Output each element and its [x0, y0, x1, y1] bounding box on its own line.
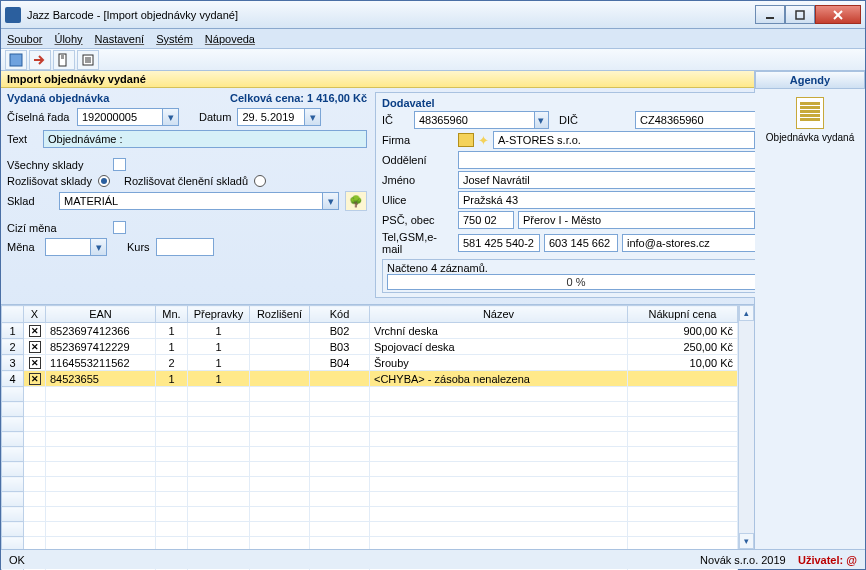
loaded-count: Načteno 4 záznamů.	[387, 262, 765, 274]
diff-wh-det-radio[interactable]	[254, 175, 266, 187]
total-label: Celková cena:	[230, 92, 304, 104]
all-wh-checkbox[interactable]	[113, 158, 126, 171]
rate-label: Kurs	[127, 241, 150, 253]
order-header: Vydaná objednávka	[7, 92, 109, 104]
app-icon	[5, 7, 21, 23]
currency-dropdown[interactable]: ▾	[91, 238, 107, 256]
col-rozliseni[interactable]: Rozlišení	[250, 306, 310, 323]
section-title: Import objednávky vydané	[1, 71, 754, 88]
foreign-currency-checkbox[interactable]	[113, 221, 126, 234]
table-row[interactable]: 3✕116455321156221B04Šrouby10,00 Kč	[2, 355, 738, 371]
ic-label: IČ	[382, 114, 410, 126]
svg-rect-4	[10, 54, 22, 66]
menu-soubor[interactable]: Soubor	[7, 33, 42, 45]
num-series-label: Číselná řada	[7, 111, 71, 123]
items-table: X EAN Mn. Přepravky Rozlišení Kód Název …	[1, 305, 738, 570]
menubar: Soubor Úlohy Nastavení Systém Nápoveda	[1, 29, 865, 49]
document-icon	[796, 97, 824, 129]
firma-input[interactable]	[493, 131, 755, 149]
ic-input[interactable]	[414, 111, 535, 129]
kontakt-label: Tel,GSM,e-mail	[382, 231, 454, 255]
table-row[interactable]: 4✕8452365511<CHYBA> - zásoba nenalezena	[2, 371, 738, 387]
diff-wh-det-label: Rozlišovat členění skladů	[124, 175, 248, 187]
tb-btn-2[interactable]	[29, 50, 51, 70]
maximize-button[interactable]	[785, 5, 815, 24]
oddeleni-input[interactable]	[458, 151, 770, 169]
jmeno-label: Jméno	[382, 174, 454, 186]
scroll-up-button[interactable]: ▴	[739, 305, 754, 321]
table-row[interactable]: 1✕852369741236611B02Vrchní deska900,00 K…	[2, 323, 738, 339]
toolbar	[1, 49, 865, 71]
all-wh-label: Všechny sklady	[7, 159, 107, 171]
col-kod[interactable]: Kód	[310, 306, 370, 323]
psc-input[interactable]	[458, 211, 514, 229]
obec-input[interactable]	[518, 211, 755, 229]
window-title: Jazz Barcode - [Import objednávky vydané…	[27, 9, 755, 21]
col-cena[interactable]: Nákupní cena	[628, 306, 738, 323]
dic-label: DIČ	[559, 114, 631, 126]
ulice-input[interactable]	[458, 191, 770, 209]
date-label: Datum	[199, 111, 231, 123]
ulice-label: Ulice	[382, 194, 454, 206]
agenda-item[interactable]: Objednávka vydaná	[755, 89, 865, 151]
wh-dropdown[interactable]: ▾	[323, 192, 339, 210]
num-series-input[interactable]	[77, 108, 163, 126]
wh-tree-button[interactable]: 🌳	[345, 191, 367, 211]
svg-rect-1	[796, 11, 804, 19]
tb-btn-1[interactable]	[5, 50, 27, 70]
currency-input[interactable]	[45, 238, 91, 256]
supplier-header: Dodavatel	[382, 97, 770, 109]
col-ean[interactable]: EAN	[46, 306, 156, 323]
rate-input[interactable]	[156, 238, 214, 256]
jmeno-input[interactable]	[458, 171, 770, 189]
tb-btn-3[interactable]	[53, 50, 75, 70]
status-user: @	[846, 554, 857, 566]
tel-input[interactable]	[458, 234, 540, 252]
col-x[interactable]: X	[24, 306, 46, 323]
col-mn[interactable]: Mn.	[156, 306, 188, 323]
agenda-item-label: Objednávka vydaná	[766, 132, 854, 143]
dic-input[interactable]	[635, 111, 756, 129]
diff-wh-label: Rozlišovat sklady	[7, 175, 92, 187]
currency-label: Měna	[7, 241, 39, 253]
total-value: 1 416,00 Kč	[307, 92, 367, 104]
status-company: Novák s.r.o. 2019	[700, 554, 786, 566]
table-row[interactable]: 2✕852369741222911B03Spojovací deska250,0…	[2, 339, 738, 355]
psc-label: PSČ, obec	[382, 214, 454, 226]
col-nazev[interactable]: Název	[370, 306, 628, 323]
status-ok: OK	[9, 554, 25, 566]
menu-nastaveni[interactable]: Nastavení	[95, 33, 145, 45]
gsm-input[interactable]	[544, 234, 618, 252]
num-series-dropdown[interactable]: ▾	[163, 108, 179, 126]
progress-bar: 0 %	[387, 274, 765, 290]
text-label: Text	[7, 133, 37, 145]
tb-btn-4[interactable]	[77, 50, 99, 70]
firma-label: Firma	[382, 134, 454, 146]
wh-input[interactable]	[59, 192, 323, 210]
grid-scrollbar[interactable]: ▴ ▾	[738, 305, 754, 549]
minimize-button[interactable]	[755, 5, 785, 24]
col-prepravky[interactable]: Přepravky	[188, 306, 250, 323]
date-input[interactable]	[237, 108, 305, 126]
close-button[interactable]	[815, 5, 861, 24]
star-icon[interactable]: ✦	[478, 133, 489, 148]
status-user-label: Uživatel:	[798, 554, 843, 566]
diff-wh-radio[interactable]	[98, 175, 110, 187]
oddeleni-label: Oddělení	[382, 154, 454, 166]
menu-napoveda[interactable]: Nápoveda	[205, 33, 255, 45]
mail-input[interactable]	[622, 234, 770, 252]
menu-system[interactable]: Systém	[156, 33, 193, 45]
menu-ulohy[interactable]: Úlohy	[54, 33, 82, 45]
scroll-down-button[interactable]: ▾	[739, 533, 754, 549]
folder-icon[interactable]	[458, 133, 474, 147]
text-input[interactable]	[43, 130, 367, 148]
foreign-currency-label: Cizí měna	[7, 222, 107, 234]
wh-label: Sklad	[7, 195, 53, 207]
ic-dropdown[interactable]: ▾	[535, 111, 549, 129]
date-dropdown[interactable]: ▾	[305, 108, 321, 126]
side-header: Agendy	[755, 71, 865, 89]
